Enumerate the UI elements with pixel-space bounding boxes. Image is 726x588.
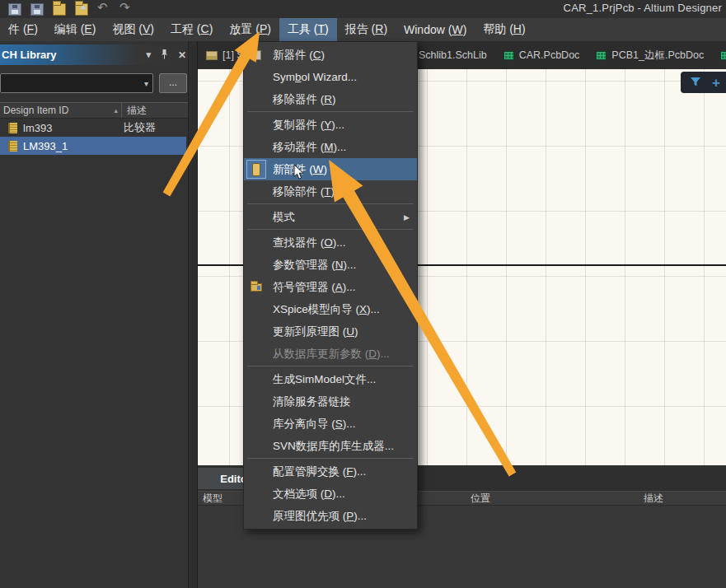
tools-menu-item-9[interactable]: 模式▶ [244,206,417,228]
component-description: 比较器 [120,120,156,135]
label: SVN数据库的库生成器... [273,439,394,454]
library-row-LM393_1[interactable]: LM393_1 [0,137,186,155]
filter-icon[interactable] [690,75,701,90]
save-all-icon[interactable] [30,3,44,16]
menubar-item-1[interactable]: 编辑 (E) [46,18,105,41]
menubar-item-0[interactable]: 件 (F) [0,18,46,41]
panel-title: CH Library [2,49,56,61]
part-icon [8,123,17,133]
tools-menu-item-16: 从数据库更新参数 (D)... [244,343,417,365]
symbol-manager-icon [251,283,262,292]
library-row-list: lm393比较器LM393_1 [0,119,191,155]
label: 原理图优先项 (P)... [273,509,367,524]
component-name: lm393 [23,122,120,134]
panel-header: CH Library ▾ ✕ [0,44,191,65]
chevron-down-icon[interactable]: ▾ [146,49,151,60]
label: 工程 (C) [171,22,213,37]
doc-tab-label: Schlib1.SchLib [419,49,487,61]
menubar-item-2[interactable]: 视图 (V) [104,18,162,41]
library-row-lm393[interactable]: lm393比较器 [0,119,186,137]
open-from-icon[interactable] [75,3,88,16]
menubar-item-7[interactable]: Window (W) [396,18,475,41]
label: 清除服务器链接 [273,394,351,409]
tools-menu-item-7[interactable]: 移除部件 (T) [244,180,417,203]
label: 更新到原理图 (U) [273,324,358,339]
sch-library-panel: CH Library ▾ ✕ ▾ ... Design Item ID ▴ 描述… [0,41,191,588]
label: 放置 (P) [229,22,271,37]
label: 参数管理器 (N)... [273,258,356,273]
menubar-item-8[interactable]: 帮助 (H) [475,18,533,41]
component-combobox[interactable]: ▾ [0,73,153,93]
search-input[interactable] [5,77,144,89]
pin-icon[interactable] [161,49,168,61]
tools-menu-item-14[interactable]: XSpice模型向导 (X)... [244,298,417,320]
tools-menu-item-19[interactable]: 清除服务器链接 [244,390,417,413]
panel-splitter[interactable] [188,41,198,588]
doc-tab-1[interactable]: Schlib1.SchLib [405,41,495,69]
doc-tab-2[interactable]: CAR.PcbDoc [495,41,588,69]
label: 工具 (T) [288,22,329,37]
label: 移除器件 (R) [273,92,336,107]
tools-menu-item-15[interactable]: 更新到原理图 (U) [244,320,417,343]
tools-menu-item-23[interactable]: 配置管脚交换 (F)... [244,460,417,483]
close-icon[interactable]: ✕ [178,49,186,61]
label: 移除部件 (T) [273,184,335,199]
library-column-header: Design Item ID ▴ 描述 [0,102,191,119]
label: XSpice模型向导 (X)... [273,302,380,317]
label: 件 (F) [8,22,38,37]
label: 新部件 (W) [273,162,327,177]
menubar-item-6[interactable]: 报告 (R) [337,18,396,41]
tools-dropdown-menu: 新器件 (C)Symbol Wizard...移除器件 (R)复制器件 (Y).… [243,41,418,530]
symbol-manager-icon-cell [246,278,266,296]
label: 查找器件 (O)... [273,236,346,250]
tools-menu-item-5[interactable]: 移动器件 (M)... [244,136,417,158]
label: Window (W) [404,23,466,36]
label: 视图 (V) [112,22,154,37]
tools-menu-item-25[interactable]: 原理图优先项 (P)... [244,505,417,527]
doc-tab-4[interactable]: PCB6-栓 [712,41,726,69]
combo-chevron-down-icon[interactable]: ▾ [144,79,148,88]
doc-tab-3[interactable]: PCB1_边框.PcbDoc [588,41,712,69]
label: 从数据库更新参数 (D)... [273,347,390,362]
models-column-2[interactable]: 描述 [639,492,726,506]
tools-menu-item-20[interactable]: 库分离向导 (S)... [244,413,417,435]
tools-menu-item-18[interactable]: 生成SimModel文件... [244,368,417,390]
tools-menu-item-21[interactable]: SVN数据库的库生成器... [244,435,417,457]
models-column-1[interactable]: 位置 [466,492,639,506]
new-component-icon [251,50,261,60]
redo-icon[interactable] [119,3,133,16]
label: 符号管理器 (A)... [273,280,356,295]
browse-button[interactable]: ... [159,73,187,93]
tools-menu-item-0[interactable]: 新器件 (C) [244,44,417,66]
pcb-icon [504,51,514,60]
menubar-item-5[interactable]: 工具 (T) [279,18,337,41]
undo-icon[interactable] [97,3,110,16]
label: 配置管脚交换 (F)... [273,464,366,479]
new-part-icon [252,163,260,176]
tools-menu-item-11[interactable]: 查找器件 (O)... [244,231,417,254]
tools-menu-item-1[interactable]: Symbol Wizard... [244,66,417,88]
menubar-item-4[interactable]: 放置 (P) [221,18,279,41]
save-icon[interactable] [8,3,21,16]
tools-menu-item-12[interactable]: 参数管理器 (N)... [244,254,417,276]
menubar: 件 (F)编辑 (E)视图 (V)工程 (C)放置 (P)工具 (T)报告 (R… [0,18,726,41]
tools-menu-item-2[interactable]: 移除器件 (R) [244,88,417,110]
tools-menu-item-4[interactable]: 复制器件 (Y)... [244,114,417,136]
column-design-item-id[interactable]: Design Item ID ▴ [0,103,122,118]
canvas-overlay-toolbar: + [681,72,726,93]
label: 生成SimModel文件... [273,372,376,387]
tools-menu-item-24[interactable]: 文档选项 (D)... [244,483,417,505]
tools-menu-item-6[interactable]: 新部件 (W) [244,158,417,180]
column-description[interactable]: 描述 [122,104,147,118]
tools-menu-item-13[interactable]: 符号管理器 (A)... [244,276,417,298]
label: 帮助 (H) [483,22,525,37]
crosshair-add-icon[interactable]: + [712,76,720,90]
doc-tab-label: PCB1_边框.PcbDoc [611,49,704,63]
menubar-item-3[interactable]: 工程 (C) [162,18,221,41]
submenu-arrow-icon: ▶ [404,213,410,222]
new-part-icon-cell [246,160,266,179]
label: 报告 (R) [345,22,387,37]
pcb-icon [720,51,726,60]
sort-asc-icon: ▴ [114,106,118,114]
open-icon[interactable] [53,3,66,16]
